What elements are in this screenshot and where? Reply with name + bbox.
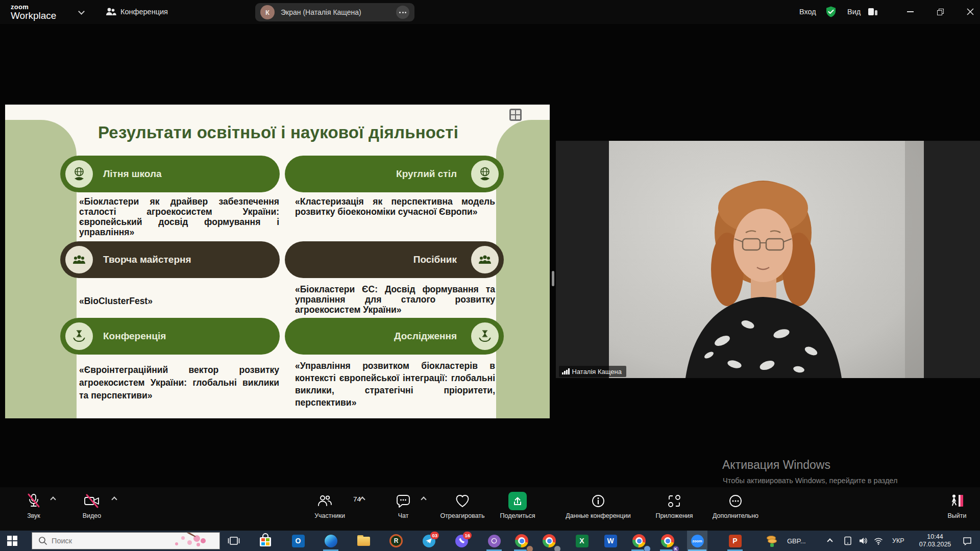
search-blossom-decoration <box>164 532 215 549</box>
people-group-icon <box>65 246 93 273</box>
react-icon <box>454 493 471 509</box>
taskbar-app-telegram[interactable]: 03 <box>419 531 439 551</box>
card-text: «Управління розвитком біокластерів в кон… <box>295 360 495 409</box>
card-research: Дослідження <box>285 318 504 355</box>
globe-plant-icon <box>471 160 499 188</box>
zoom-logo: zoom <box>11 3 29 11</box>
restore-button[interactable] <box>933 5 948 18</box>
tray-language[interactable]: УКР <box>892 537 904 544</box>
chrome-icon <box>543 534 556 547</box>
card-handbook: Посібник <box>285 241 504 278</box>
outlook-icon: O <box>292 535 305 547</box>
participant-name-label: Наталія Кащена <box>559 366 626 377</box>
taskbar-app-word[interactable]: W <box>600 531 621 551</box>
leave-icon <box>949 493 965 509</box>
tab-more-icon[interactable] <box>396 6 409 19</box>
tray-network-icon[interactable] <box>874 536 883 547</box>
taskbar-app-store[interactable] <box>255 531 276 551</box>
taskbar-app-coins[interactable] <box>762 531 782 551</box>
coins-icon <box>766 535 778 547</box>
card-label: Круглий стіл <box>396 168 457 180</box>
messenger-icon <box>488 535 501 547</box>
card-text: «BioClusterFest» <box>79 296 279 306</box>
view-button[interactable]: Вид <box>847 8 861 16</box>
card-workshop: Творча майстерня <box>60 241 280 278</box>
taskbar-app-chrome-profile2[interactable] <box>539 531 559 551</box>
card-text: «Біокластери як драйвер забезпечення ста… <box>79 196 279 237</box>
more-button[interactable]: Дополнительно <box>705 491 766 519</box>
viber-badge: 16 <box>463 532 472 539</box>
tray-volume-icon[interactable] <box>859 536 868 547</box>
leave-button[interactable]: Выйти <box>937 491 977 519</box>
card-label: Посібник <box>413 254 457 265</box>
chat-icon <box>395 493 411 509</box>
camera-muted-icon <box>83 493 101 509</box>
taskbar-app-messenger[interactable] <box>484 531 504 551</box>
participant-portrait <box>609 141 924 378</box>
video-button[interactable]: Видео <box>74 491 110 519</box>
chat-button[interactable]: Чат <box>389 491 418 519</box>
tray-currency[interactable]: GBP... <box>787 537 806 545</box>
taskbar-app-chrome-profile1[interactable] <box>511 531 532 551</box>
action-center-button[interactable] <box>963 536 972 547</box>
card-round-table: Круглий стіл <box>285 156 504 192</box>
panel-splitter-handle[interactable] <box>552 271 554 286</box>
chrome-profile-avatar: K <box>672 545 679 551</box>
mic-muted-icon <box>26 493 42 509</box>
connection-bars-icon <box>562 368 570 374</box>
tray-expand-chevron-icon[interactable] <box>828 539 832 543</box>
taskbar-app-viber[interactable]: 16 <box>451 531 472 551</box>
chrome-icon <box>661 534 674 547</box>
taskbar-app-powerpoint[interactable]: P <box>725 531 745 551</box>
participants-icon <box>316 493 333 509</box>
tray-device-icon[interactable] <box>843 536 852 547</box>
slide-title: Результати освітньої і наукової діяльнос… <box>71 123 485 142</box>
activation-watermark-line2: Чтобы активировать Windows, перейдите в … <box>723 477 897 485</box>
tray-time: 10:44 <box>916 533 954 541</box>
close-button[interactable] <box>963 5 978 18</box>
chat-chevron-icon[interactable] <box>422 497 426 502</box>
card-label: Конференція <box>103 331 166 342</box>
participants-chevron-icon[interactable] <box>360 497 364 502</box>
card-text: «Кластеризація як перспективна модель ро… <box>295 196 495 217</box>
tray-clock[interactable]: 10:44 07.03.2025 <box>916 533 954 548</box>
search-input[interactable] <box>52 537 164 545</box>
apps-button[interactable]: Приложения <box>649 491 700 519</box>
participant-video <box>609 141 924 378</box>
hands-hourglass-icon <box>471 322 499 350</box>
people-group-icon <box>471 246 499 273</box>
meeting-toolbar: Звук Видео 74 Участники <box>0 487 980 531</box>
share-button[interactable]: Поделиться <box>497 491 538 519</box>
participants-button[interactable]: 74 Участники <box>306 491 353 519</box>
task-view-button[interactable] <box>224 531 244 551</box>
taskbar-app-edge[interactable] <box>321 531 341 551</box>
minimize-button[interactable] <box>902 5 918 18</box>
react-button[interactable]: Отреагировать <box>437 491 488 519</box>
taskbar-app-excel[interactable]: X <box>572 531 592 551</box>
card-summer-school: Літня школа <box>60 156 280 192</box>
chrome-profile-avatar <box>644 545 651 551</box>
tab-conference[interactable]: Конференция <box>120 8 168 16</box>
tab-screen-share-label: Экран (Наталія Кащена) <box>281 8 396 16</box>
audio-options-chevron-icon[interactable] <box>51 497 55 502</box>
tab-screen-share[interactable]: К Экран (Наталія Кащена) <box>255 3 414 21</box>
taskbar-app-chrome-profile-k[interactable]: K <box>657 531 678 551</box>
taskbar-app-r[interactable]: R <box>386 531 406 551</box>
audio-button[interactable]: Звук <box>15 491 52 519</box>
avatar: К <box>260 5 275 19</box>
taskbar-app-file-explorer[interactable] <box>353 531 374 551</box>
taskbar-app-chrome-profile3[interactable] <box>629 531 649 551</box>
zoom-app-icon: zoom <box>691 535 704 547</box>
gallery-grid-icon[interactable] <box>509 109 522 121</box>
workplace-logo: Workplace <box>11 10 56 21</box>
workspace-chevron-down-icon[interactable] <box>78 8 85 15</box>
taskbar-app-outlook[interactable]: O <box>288 531 308 551</box>
chrome-profile-avatar <box>554 545 561 551</box>
start-button[interactable] <box>2 531 22 551</box>
meeting-info-button[interactable]: Данные конференции <box>557 491 639 519</box>
video-options-chevron-icon[interactable] <box>112 497 116 502</box>
sign-in-button[interactable]: Вход <box>799 8 816 16</box>
taskbar-app-zoom[interactable]: zoom <box>687 531 707 551</box>
video-panel: Наталія Кащена <box>556 141 980 378</box>
taskbar-search[interactable] <box>32 532 220 549</box>
